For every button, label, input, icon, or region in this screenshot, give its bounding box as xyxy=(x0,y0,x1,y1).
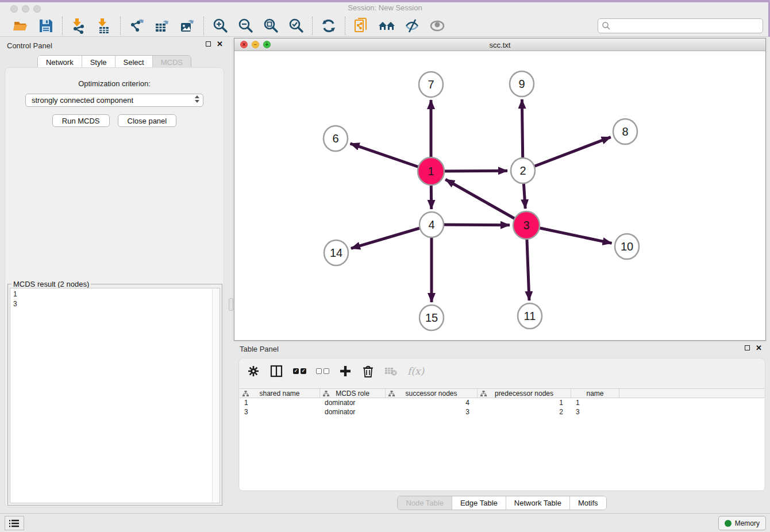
delete-rows-button[interactable] xyxy=(361,365,374,377)
network-window-title: scc.txt xyxy=(234,41,765,49)
graph-node-9[interactable]: 9 xyxy=(510,71,534,97)
result-scrollbar[interactable] xyxy=(212,288,220,503)
show-columns-button[interactable] xyxy=(270,364,283,378)
graph-node-14[interactable]: 14 xyxy=(324,240,348,265)
network-graph[interactable]: 7968124314101511 xyxy=(234,51,765,340)
cell-shared-name[interactable]: 3 xyxy=(240,407,320,417)
cell-predecessor-nodes[interactable]: 1 xyxy=(478,398,571,407)
checked-box-icon: ✓ xyxy=(301,368,306,374)
title-bar: Session: New Session xyxy=(0,0,770,15)
table-settings-button[interactable] xyxy=(247,365,260,377)
zoom-in-button[interactable] xyxy=(211,17,229,34)
first-neighbors-button[interactable] xyxy=(378,17,395,34)
zoom-fit-icon xyxy=(263,18,279,34)
graph-node-2[interactable]: 2 xyxy=(511,158,535,183)
import-table-button[interactable] xyxy=(95,17,113,34)
function-builder-button[interactable]: f(x) xyxy=(407,365,424,377)
run-mcds-button[interactable]: Run MCDS xyxy=(52,114,110,127)
result-line: 1 xyxy=(13,290,217,299)
background-window-edge xyxy=(0,0,770,2)
column-label: MCDS role xyxy=(336,390,369,398)
column-header-shared-name[interactable]: shared name xyxy=(240,389,320,398)
search-container xyxy=(598,18,763,33)
import-network-button[interactable] xyxy=(70,17,87,34)
export-network-button[interactable] xyxy=(128,17,145,34)
eye-slash-icon xyxy=(404,18,420,34)
control-panel: Control Panel ✕ Network Style Select MCD… xyxy=(0,37,229,513)
column-header-mcds-role[interactable]: MCDS role xyxy=(320,389,386,398)
add-column-button[interactable] xyxy=(339,365,352,377)
columns-icon xyxy=(270,365,283,377)
open-session-button[interactable] xyxy=(12,17,29,34)
close-panel-icon[interactable]: ✕ xyxy=(217,41,223,47)
delete-column-button[interactable] xyxy=(384,365,398,377)
table-row[interactable]: 3 dominator 3 2 3 xyxy=(240,407,764,417)
cell-mcds-role[interactable]: dominator xyxy=(320,407,386,417)
graph-node-10[interactable]: 10 xyxy=(615,234,639,259)
optimization-criterion-label: Optimization criterion: xyxy=(5,79,224,88)
unchecked-box-icon xyxy=(324,368,329,374)
cell-mcds-role[interactable]: dominator xyxy=(320,398,386,407)
cell-name[interactable]: 1 xyxy=(571,398,619,407)
column-header-predecessor-nodes[interactable]: predecessor nodes xyxy=(478,389,571,398)
unchecked-box-icon xyxy=(316,368,322,374)
table-panel-body: ✓ ✓ xyxy=(238,358,765,491)
zoom-out-button[interactable] xyxy=(237,17,254,34)
memory-button[interactable]: Memory xyxy=(718,516,766,530)
table-row[interactable]: 1 dominator 4 1 1 xyxy=(240,398,764,407)
graph-edge-2-8[interactable] xyxy=(523,137,611,171)
network-canvas[interactable]: 7968124314101511 xyxy=(234,51,765,340)
table-tabs: Node Table Edge Table Network Table Moti… xyxy=(397,496,606,510)
sitemap-icon xyxy=(480,391,487,397)
graph-node-6[interactable]: 6 xyxy=(324,126,348,151)
graph-node-4[interactable]: 4 xyxy=(419,212,444,237)
copy-network-icon xyxy=(353,18,369,34)
column-header-successor-nodes[interactable]: successor nodes xyxy=(386,389,478,398)
criterion-select[interactable]: strongly connected component xyxy=(25,94,203,107)
graph-node-7[interactable]: 7 xyxy=(419,72,443,97)
export-image-button[interactable] xyxy=(179,17,196,34)
new-network-from-selection-button[interactable] xyxy=(353,17,370,34)
cell-name[interactable]: 3 xyxy=(571,407,619,417)
cell-predecessor-nodes[interactable]: 2 xyxy=(478,407,571,417)
svg-text:14: 14 xyxy=(330,246,342,259)
select-all-button[interactable]: ✓ ✓ xyxy=(293,368,306,374)
window-title: Session: New Session xyxy=(0,3,770,12)
deselect-all-button[interactable] xyxy=(316,368,329,374)
network-window-titlebar[interactable]: × − + scc.txt xyxy=(234,38,765,51)
column-header-name[interactable]: name xyxy=(571,389,619,398)
close-panel-button[interactable]: Close panel xyxy=(118,114,177,127)
cell-successor-nodes[interactable]: 3 xyxy=(386,407,478,417)
show-panels-button[interactable] xyxy=(5,516,24,530)
tab-edge-table[interactable]: Edge Table xyxy=(452,496,506,510)
zoom-selected-button[interactable] xyxy=(287,17,305,34)
save-session-button[interactable] xyxy=(37,17,55,34)
cell-successor-nodes[interactable]: 4 xyxy=(386,398,478,407)
float-table-panel-icon[interactable] xyxy=(745,345,750,350)
svg-text:11: 11 xyxy=(524,310,536,322)
graph-node-15[interactable]: 15 xyxy=(419,305,444,330)
mcds-result-textarea[interactable]: 1 3 xyxy=(10,288,220,503)
vertical-splitter-handle[interactable] xyxy=(229,298,233,311)
tab-motifs[interactable]: Motifs xyxy=(569,496,606,510)
tab-node-table[interactable]: Node Table xyxy=(398,496,452,510)
close-table-panel-icon[interactable]: ✕ xyxy=(756,345,762,350)
show-all-button[interactable] xyxy=(429,17,446,34)
zoom-fit-button[interactable] xyxy=(262,17,279,34)
graph-node-1[interactable]: 1 xyxy=(418,157,444,185)
svg-text:9: 9 xyxy=(518,78,525,90)
export-table-button[interactable] xyxy=(153,17,171,34)
refresh-view-button[interactable] xyxy=(320,17,337,34)
tab-network-table[interactable]: Network Table xyxy=(506,496,569,510)
sitemap-icon xyxy=(242,391,249,397)
graph-node-11[interactable]: 11 xyxy=(518,303,542,329)
cell-shared-name[interactable]: 1 xyxy=(240,398,320,407)
column-label: successor nodes xyxy=(405,390,457,398)
graph-node-8[interactable]: 8 xyxy=(613,119,637,144)
node-table: shared name MCDS role successor nodes pr… xyxy=(240,388,764,490)
graph-node-3[interactable]: 3 xyxy=(513,211,540,239)
svg-text:7: 7 xyxy=(428,78,434,91)
search-input[interactable] xyxy=(598,18,763,33)
float-panel-icon[interactable] xyxy=(206,41,211,47)
hide-selected-button[interactable] xyxy=(403,17,421,34)
